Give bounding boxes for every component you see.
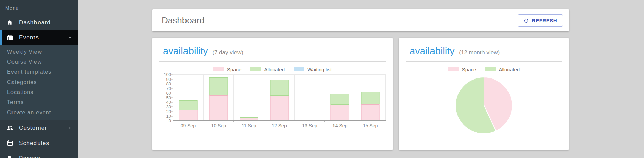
bar-slot: [264, 75, 294, 120]
x-tick-label: 13 Sep: [294, 121, 325, 128]
bar-segment-space: [179, 110, 198, 120]
divider: [406, 61, 562, 62]
divider: [159, 61, 386, 62]
legend-item-allocated[interactable]: Allocated: [485, 67, 520, 72]
bar-segment-allocated: [209, 77, 228, 95]
availability-7day-card: availability (7 day view) SpaceAllocated…: [152, 38, 393, 150]
sidebar-item-terms[interactable]: Terms: [0, 97, 78, 107]
sidebar-item-weekly-view[interactable]: Weekly View: [0, 47, 78, 57]
stacked-bar: [361, 75, 379, 120]
bar-slot: [294, 75, 325, 120]
bar-x-axis: 09 Sep10 Sep11 Sep12 Sep13 Sep14 Sep15 S…: [173, 121, 386, 128]
y-tick-label: 60: [166, 90, 171, 95]
bar-plot: [173, 74, 386, 121]
sidebar-item-locations[interactable]: Locations: [0, 87, 78, 97]
card-subtitle: (7 day view): [212, 49, 243, 56]
bar-y-axis: 0102030405060708090100: [159, 74, 173, 121]
main-content: Dashboard REFRESH availability (7 day vi…: [78, 0, 644, 158]
bar-slot: [173, 75, 203, 120]
bar-segment-space: [240, 118, 258, 120]
card-title: availability: [410, 45, 455, 56]
pie-chart: [406, 76, 562, 135]
bar-segment-allocated: [179, 100, 198, 110]
page-title: Dashboard: [162, 15, 204, 26]
bar-plot-wrap: 09 Sep10 Sep11 Sep12 Sep13 Sep14 Sep15 S…: [173, 74, 386, 128]
pie-svg: [454, 76, 514, 135]
legend-label: Space: [227, 67, 242, 72]
users-icon: [5, 125, 14, 131]
y-tick-label: 40: [166, 100, 171, 105]
y-tick-label: 10: [166, 114, 171, 119]
sidebar-item-event-templates[interactable]: Event templates: [0, 67, 78, 77]
sidebar-item-course-view[interactable]: Course View: [0, 57, 78, 67]
bar-segment-allocated: [270, 80, 289, 96]
stacked-bar: [240, 75, 258, 120]
legend-item-waiting-list[interactable]: Waiting list: [294, 67, 332, 72]
x-tick-label: 15 Sep: [355, 121, 386, 128]
bar-segment-allocated: [361, 92, 379, 104]
sidebar-item-create-an-event[interactable]: Create an event: [0, 107, 78, 118]
calendar-outline-icon: [5, 140, 14, 146]
card-header: availability (7 day view): [159, 45, 386, 57]
bar-legend: SpaceAllocatedWaiting list: [159, 66, 386, 73]
bar-segment-allocated: [330, 94, 349, 105]
dashboard-header-card: Dashboard REFRESH: [152, 9, 569, 31]
legend-label: Allocated: [499, 67, 520, 72]
bar-segment-space: [361, 104, 379, 120]
availability-12month-card: availability (12 month view) SpaceAlloca…: [399, 38, 569, 150]
sidebar-item-dashboard[interactable]: Dashboard: [0, 15, 78, 30]
card-title: availability: [163, 45, 208, 56]
sidebar-item-events[interactable]: Events: [0, 30, 78, 45]
sidebar-item-categories[interactable]: Categories: [0, 77, 78, 87]
sidebar-item-passes[interactable]: Passes: [0, 151, 78, 158]
legend-label: Waiting list: [307, 67, 332, 72]
bar-chart: 0102030405060708090100 09 Sep10 Sep11 Se…: [159, 74, 386, 128]
sidebar-item-schedules[interactable]: Schedules: [0, 135, 78, 151]
charts-row: availability (7 day view) SpaceAllocated…: [152, 38, 644, 150]
legend-label: Space: [462, 67, 476, 72]
card-header: availability (12 month view): [406, 45, 562, 57]
calendar-icon: [5, 34, 14, 41]
stacked-bar: [179, 75, 198, 120]
y-tick-label: 100: [164, 72, 171, 77]
legend-swatch: [448, 67, 459, 71]
y-tick-label: 50: [166, 95, 171, 100]
x-tick-label: 14 Sep: [325, 121, 355, 128]
bar-segment-space: [209, 95, 228, 120]
refresh-label: REFRESH: [532, 18, 557, 23]
x-tick-label: 12 Sep: [264, 121, 295, 128]
refresh-icon: [523, 18, 529, 24]
stacked-bar: [330, 75, 349, 120]
legend-swatch: [250, 67, 261, 71]
events-submenu: Weekly View Course View Event templates …: [0, 45, 78, 120]
bar-segment-space: [330, 105, 349, 120]
refresh-button[interactable]: REFRESH: [518, 14, 563, 27]
sidebar-item-label: Schedules: [19, 140, 49, 147]
sidebar-item-customer[interactable]: Customer: [0, 120, 78, 135]
legend-swatch: [213, 67, 224, 71]
x-tick-label: 11 Sep: [234, 121, 264, 128]
bar-slot: [203, 75, 234, 120]
pie-legend: SpaceAllocated: [406, 66, 562, 73]
y-tick-label: 20: [166, 109, 171, 114]
bar-slot: [355, 75, 386, 120]
x-tick-label: 10 Sep: [203, 121, 234, 128]
sidebar-item-label: Customer: [19, 125, 47, 131]
chevron-left-icon: [68, 126, 72, 130]
sidebar-item-label: Events: [19, 34, 39, 41]
legend-item-space[interactable]: Space: [213, 67, 242, 72]
y-tick-label: 90: [166, 76, 171, 82]
stacked-bar: [209, 75, 228, 120]
stacked-bar: [270, 75, 289, 120]
y-tick-label: 30: [166, 104, 171, 109]
y-tick-label: 80: [166, 81, 171, 86]
sidebar-item-label: Passes: [19, 155, 40, 158]
x-tick-label: 09 Sep: [173, 121, 203, 128]
card-subtitle: (12 month view): [459, 49, 500, 56]
sidebar-menu-label: Menu: [0, 0, 78, 15]
legend-item-space[interactable]: Space: [448, 67, 476, 72]
bar-segment-space: [270, 96, 289, 120]
stacked-bar: [300, 75, 319, 120]
bar-slot: [325, 75, 355, 120]
legend-item-allocated[interactable]: Allocated: [250, 67, 285, 72]
